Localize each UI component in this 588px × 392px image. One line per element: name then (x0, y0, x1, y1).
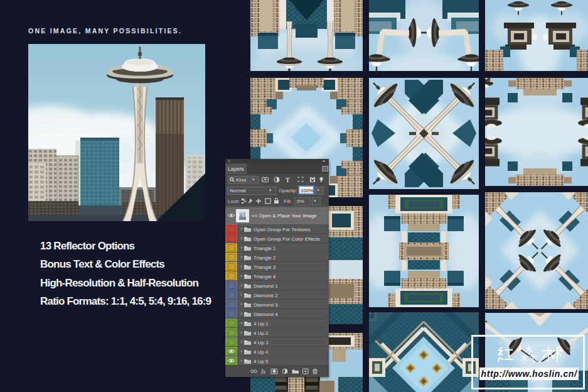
svg-text:T: T (286, 177, 290, 183)
svg-text:fx: fx (261, 368, 266, 374)
